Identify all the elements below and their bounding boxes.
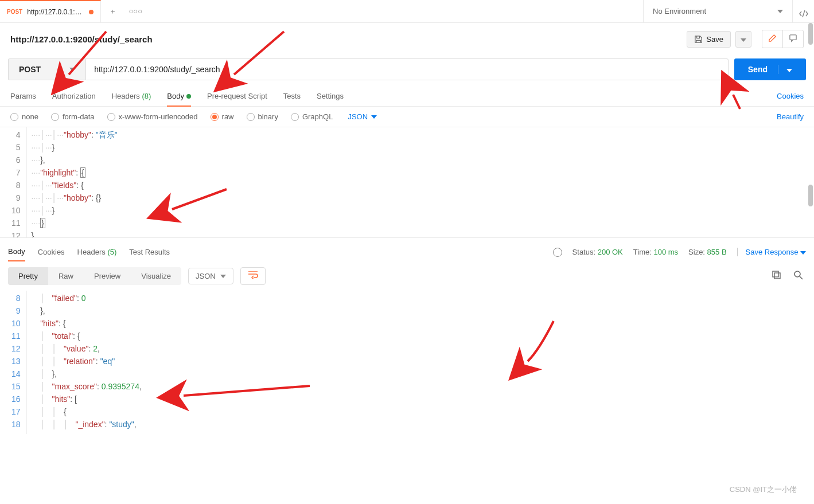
wrap-lines-button[interactable] <box>240 267 266 285</box>
scrollbar-thumb[interactable] <box>808 185 813 206</box>
svg-point-3 <box>794 271 800 277</box>
save-button[interactable]: Save <box>687 31 731 48</box>
tab-method-badge: POST <box>7 9 22 15</box>
radio-icon <box>51 113 59 121</box>
response-body[interactable]: 89101112131415161718 │ "failed": 0 }, "h… <box>0 291 814 434</box>
copy-button[interactable] <box>769 268 784 284</box>
request-tab-bar: Params Authorization Headers (8) Body Pr… <box>0 86 814 107</box>
wrap-icon <box>248 271 258 279</box>
radio-icon <box>10 113 18 121</box>
send-options[interactable] <box>778 65 792 74</box>
chevron-down-icon <box>800 251 806 255</box>
view-mode-group <box>762 30 804 48</box>
request-name: http://127.0.0.1:9200/study/_search <box>10 34 153 44</box>
request-header: http://127.0.0.1:9200/study/_search Save <box>0 23 814 55</box>
response-toolbar: Pretty Raw Preview Visualize JSON <box>0 261 814 291</box>
method-select[interactable]: POST <box>8 58 85 80</box>
radio-binary[interactable]: binary <box>247 112 278 121</box>
view-preview[interactable]: Preview <box>84 267 131 285</box>
view-raw[interactable]: Raw <box>48 267 84 285</box>
time: Time: 100 ms <box>633 248 678 256</box>
request-actions: Save <box>687 30 804 48</box>
request-body-editor[interactable]: 456789101112 ····│···│···"hobby": "音乐" ·… <box>0 127 814 237</box>
code-content[interactable]: │ "failed": 0 }, "hits": { │ "total": { … <box>27 291 146 434</box>
response-tab-bar: Body Cookies Headers (5) Test Results St… <box>0 237 814 261</box>
send-button[interactable]: Send <box>734 58 806 80</box>
comment-icon <box>789 34 797 42</box>
view-pretty[interactable]: Pretty <box>8 267 48 285</box>
radio-icon <box>247 113 255 121</box>
svg-rect-2 <box>773 271 778 277</box>
tab-params[interactable]: Params <box>10 86 36 106</box>
sidebar-toggle[interactable] <box>792 0 814 23</box>
radio-raw[interactable]: raw <box>211 112 234 121</box>
response-format-select[interactable]: JSON <box>188 268 233 284</box>
send-label: Send <box>748 65 768 74</box>
tab-authorization[interactable]: Authorization <box>52 86 96 106</box>
copy-icon <box>772 270 782 280</box>
chevron-down-icon <box>69 68 75 71</box>
chevron-down-icon <box>741 38 746 42</box>
view-visualize[interactable]: Visualize <box>131 267 181 285</box>
svg-rect-0 <box>790 35 796 40</box>
beautify-link[interactable]: Beautify <box>777 112 804 121</box>
url-input[interactable] <box>85 58 729 80</box>
watermark: CSDN @IT之一小佬 <box>730 485 797 495</box>
tabs-bar: POST http://127.0.0.1:9... ＋ ○○○ No Envi… <box>0 0 814 23</box>
environment-select[interactable]: No Environment <box>643 0 792 23</box>
search-button[interactable] <box>791 268 806 284</box>
save-response-button[interactable]: Save Response <box>737 248 806 256</box>
cookies-link[interactable]: Cookies <box>777 92 804 100</box>
chevron-down-icon <box>371 115 377 119</box>
radio-icon <box>291 113 299 121</box>
save-label: Save <box>706 35 723 44</box>
radio-none[interactable]: none <box>10 112 38 121</box>
green-dot-icon <box>186 94 191 99</box>
status: Status: 200 OK <box>572 248 623 256</box>
chevron-down-icon <box>777 10 783 13</box>
unsaved-dot-icon <box>89 10 94 14</box>
raw-format-select[interactable]: JSON <box>348 112 377 121</box>
gutter: 456789101112 <box>0 127 27 237</box>
body-type-row: none form-data x-www-form-urlencoded raw… <box>0 107 814 127</box>
tab-title: http://127.0.0.1:9... <box>27 8 84 16</box>
resp-tab-testresults[interactable]: Test Results <box>129 243 170 261</box>
comment-mode-button[interactable] <box>783 30 803 48</box>
search-icon <box>793 270 804 280</box>
radio-formdata[interactable]: form-data <box>51 112 95 121</box>
save-options-button[interactable] <box>735 31 751 48</box>
method-label: POST <box>19 65 41 74</box>
tab-tests[interactable]: Tests <box>283 86 301 106</box>
tab-prerequest[interactable]: Pre-request Script <box>207 86 267 106</box>
code-icon <box>799 9 808 18</box>
tab-more-button[interactable]: ○○○ <box>124 7 147 15</box>
chevron-down-icon <box>220 275 226 278</box>
size: Size: 855 B <box>688 248 727 256</box>
tab-settings[interactable]: Settings <box>317 86 344 106</box>
view-mode-group: Pretty Raw Preview Visualize <box>8 267 181 285</box>
tab-body[interactable]: Body <box>167 86 191 106</box>
globe-icon <box>553 248 562 257</box>
tab-headers[interactable]: Headers (8) <box>112 86 151 106</box>
chevron-down-icon <box>786 69 792 72</box>
pencil-icon <box>768 34 777 42</box>
resp-tab-cookies[interactable]: Cookies <box>38 243 65 261</box>
url-bar: POST Send <box>0 55 814 86</box>
code-content[interactable]: ····│···│···"hobby": "音乐" ····│···} ····… <box>27 127 122 237</box>
response-meta: Status: 200 OK Time: 100 ms Size: 855 B … <box>553 248 806 257</box>
environment-label: No Environment <box>653 7 706 15</box>
gutter: 89101112131415161718 <box>0 291 27 434</box>
svg-rect-1 <box>774 273 780 279</box>
save-icon <box>694 35 703 44</box>
radio-graphql[interactable]: GraphQL <box>291 112 333 121</box>
new-tab-button[interactable]: ＋ <box>101 6 124 17</box>
radio-xform[interactable]: x-www-form-urlencoded <box>107 112 198 121</box>
radio-icon <box>211 113 219 121</box>
edit-mode-button[interactable] <box>762 30 783 48</box>
resp-tab-body[interactable]: Body <box>8 243 25 261</box>
radio-icon <box>107 113 115 121</box>
resp-tab-headers[interactable]: Headers (5) <box>77 243 117 261</box>
request-tab[interactable]: POST http://127.0.0.1:9... <box>0 0 101 23</box>
